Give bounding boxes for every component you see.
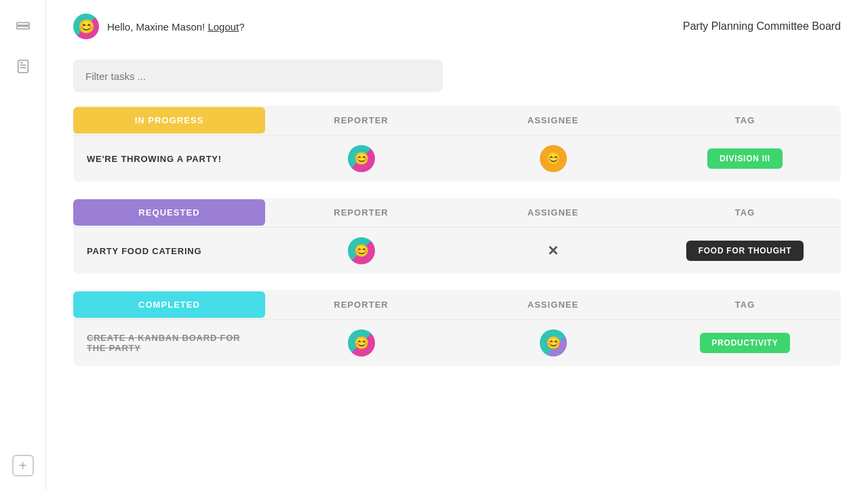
completed-section: COMPLETED REPORTER ASSIGNEE TAG CREATE A… bbox=[73, 290, 841, 366]
tag-cell: PRODUCTIVITY bbox=[649, 323, 841, 363]
reporter-avatar-cell: 😊 bbox=[265, 320, 457, 366]
requested-header-row: REQUESTED REPORTER ASSIGNEE TAG bbox=[73, 198, 841, 227]
layers-icon[interactable] bbox=[11, 14, 35, 38]
assignee-col-header: ASSIGNEE bbox=[457, 198, 649, 227]
avatar-emoji: 😊 bbox=[354, 243, 369, 258]
no-assignee-icon: ✕ bbox=[547, 243, 559, 259]
svg-rect-2 bbox=[18, 60, 28, 73]
table-row: PARTY FOOD CATERING 😊 ✕ FOOD FOR THOUGHT bbox=[73, 227, 841, 274]
assignee-avatar-cell: 😊 bbox=[457, 320, 649, 366]
add-button[interactable]: + bbox=[12, 455, 34, 476]
avatar: 😊 bbox=[73, 14, 99, 39]
in-progress-badge: IN PROGRESS bbox=[73, 107, 265, 134]
main-content: 😊 Hello, Maxine Mason! Logout? Party Pla… bbox=[46, 0, 868, 490]
header: 😊 Hello, Maxine Mason! Logout? Party Pla… bbox=[46, 0, 868, 53]
svg-rect-0 bbox=[16, 22, 28, 25]
board-title: Party Planning Committee Board bbox=[683, 20, 841, 33]
tag-cell: FOOD FOR THOUGHT bbox=[649, 231, 841, 270]
tag-button[interactable]: FOOD FOR THOUGHT bbox=[686, 241, 804, 261]
tag-cell: DIVISION III bbox=[649, 139, 841, 178]
tag-col-header: TAG bbox=[649, 106, 841, 135]
completed-header-row: COMPLETED REPORTER ASSIGNEE TAG bbox=[73, 290, 841, 319]
header-greeting: Hello, Maxine Mason! Logout? bbox=[107, 21, 245, 33]
avatar: 😊 bbox=[348, 145, 375, 172]
avatar-emoji: 😊 bbox=[546, 151, 561, 166]
avatar-emoji: 😊 bbox=[546, 335, 561, 350]
header-left: 😊 Hello, Maxine Mason! Logout? bbox=[73, 14, 245, 39]
table-row: CREATE A KANBAN BOARD FOR THE PARTY 😊 😊 … bbox=[73, 319, 841, 366]
task-title: PARTY FOOD CATERING bbox=[73, 234, 265, 268]
board-content: IN PROGRESS REPORTER ASSIGNEE TAG WE'RE … bbox=[46, 106, 868, 366]
tag-button[interactable]: PRODUCTIVITY bbox=[700, 333, 791, 353]
avatar-emoji: 😊 bbox=[354, 151, 369, 166]
assignee-col-header: ASSIGNEE bbox=[457, 106, 649, 135]
requested-badge: REQUESTED bbox=[73, 199, 265, 226]
in-progress-header-row: IN PROGRESS REPORTER ASSIGNEE TAG bbox=[73, 106, 841, 135]
avatar: 😊 bbox=[348, 329, 375, 356]
reporter-avatar-cell: 😊 bbox=[265, 136, 457, 182]
svg-rect-1 bbox=[16, 26, 28, 29]
tag-col-header: TAG bbox=[649, 198, 841, 227]
reporter-avatar-cell: 😊 bbox=[265, 228, 457, 274]
reporter-col-header: REPORTER bbox=[265, 106, 457, 135]
greeting-text: Hello, Maxine Mason! bbox=[107, 21, 208, 33]
completed-badge: COMPLETED bbox=[73, 291, 265, 318]
task-title: CREATE A KANBAN BOARD FOR THE PARTY bbox=[73, 321, 265, 365]
filter-input[interactable] bbox=[73, 60, 443, 92]
logout-suffix: ? bbox=[239, 21, 244, 33]
avatar-emoji: 😊 bbox=[354, 335, 369, 350]
avatar-emoji: 😊 bbox=[78, 18, 95, 35]
avatar: 😊 bbox=[540, 329, 567, 356]
sidebar: + bbox=[0, 0, 46, 490]
table-row: WE'RE THROWING A PARTY! 😊 😊 DIVISION III bbox=[73, 135, 841, 182]
tag-button[interactable]: DIVISION III bbox=[707, 148, 783, 169]
assignee-col-header: ASSIGNEE bbox=[457, 290, 649, 319]
requested-section: REQUESTED REPORTER ASSIGNEE TAG PARTY FO… bbox=[73, 198, 841, 274]
logout-link[interactable]: Logout bbox=[208, 21, 239, 33]
contacts-icon[interactable] bbox=[11, 54, 35, 79]
tag-col-header: TAG bbox=[649, 290, 841, 319]
reporter-col-header: REPORTER bbox=[265, 290, 457, 319]
assignee-avatar-cell: 😊 bbox=[457, 136, 649, 182]
avatar: 😊 bbox=[540, 145, 567, 172]
avatar: 😊 bbox=[348, 237, 375, 264]
task-title: WE'RE THROWING A PARTY! bbox=[73, 142, 265, 176]
in-progress-section: IN PROGRESS REPORTER ASSIGNEE TAG WE'RE … bbox=[73, 106, 841, 182]
filter-section bbox=[46, 53, 868, 106]
reporter-col-header: REPORTER bbox=[265, 198, 457, 227]
assignee-empty-cell: ✕ bbox=[457, 233, 649, 268]
